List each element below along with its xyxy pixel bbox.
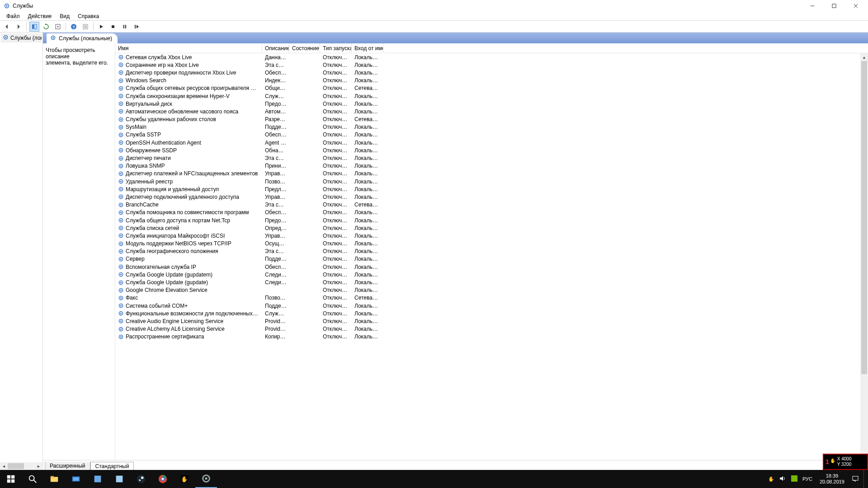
service-row[interactable]: Автоматическое обновление часового пояса…: [115, 108, 868, 115]
menu-help[interactable]: Справка: [74, 13, 103, 20]
service-row[interactable]: Windows SearchИндекси...ОтключенаЛокальн…: [115, 77, 868, 84]
service-row[interactable]: Распространение сертификатаКопируе...Отк…: [115, 333, 868, 341]
service-row[interactable]: Служба SSTPОбеспеч...ОтключенаЛокальная …: [115, 131, 868, 139]
service-startup-type: Отключена: [320, 225, 352, 231]
search-button[interactable]: [22, 470, 43, 488]
service-row[interactable]: Creative Audio Engine Licensing ServiceP…: [115, 317, 868, 325]
service-row[interactable]: Вспомогательная служба IPОбеспеч...Отклю…: [115, 263, 868, 271]
tab-standard[interactable]: Стандартный: [90, 462, 134, 470]
svg-point-70: [120, 235, 122, 236]
service-row[interactable]: Служба помощника по совместимости програ…: [115, 209, 868, 216]
svg-point-38: [120, 111, 122, 112]
service-row[interactable]: Сохранение игр на Xbox LiveЭта служ...От…: [115, 61, 868, 69]
service-row[interactable]: Google Chrome Elevation ServiceОтключена…: [115, 286, 868, 294]
taskbar-app-steam[interactable]: [130, 470, 152, 488]
nav-forward-button[interactable]: [14, 22, 24, 32]
service-icon: [118, 117, 124, 122]
service-row[interactable]: Виртуальный дискПредост...ОтключенаЛокал…: [115, 100, 868, 108]
taskbar-app-bloody[interactable]: ✋: [174, 470, 195, 488]
column-header-name[interactable]: Имя: [115, 43, 262, 53]
horizontal-scrollbar[interactable]: ◄ ►: [0, 462, 42, 470]
taskbar-app-services[interactable]: [195, 470, 217, 488]
service-row[interactable]: Диспетчер подключений удаленного доступа…: [115, 193, 868, 201]
menu-action[interactable]: Действие: [24, 13, 56, 20]
service-row[interactable]: ФаксПозволя...ОтключенаСетевая слу...: [115, 294, 868, 302]
taskbar-app-explorer[interactable]: [43, 470, 65, 488]
service-row[interactable]: Служба Google Update (gupdate)Следите ..…: [115, 278, 868, 286]
restart-service-button[interactable]: [132, 22, 142, 32]
service-icon: [118, 280, 124, 286]
menu-view[interactable]: Вид: [56, 13, 73, 20]
service-row[interactable]: OpenSSH Authentication AgentAgent to ...…: [115, 139, 868, 146]
service-startup-type: Отключена: [320, 62, 352, 68]
menu-file[interactable]: Файл: [3, 13, 24, 20]
start-button[interactable]: [0, 470, 22, 488]
service-row[interactable]: Служба синхронизации времени Hyper-VСлуж…: [115, 92, 868, 100]
tree-item-services-local[interactable]: Службы (локал: [1, 33, 42, 42]
panel-tab-active[interactable]: Службы (локальные): [47, 33, 118, 43]
service-row[interactable]: Службы удаленных рабочих столовРазреша..…: [115, 116, 868, 123]
scroll-left-icon[interactable]: ◄: [0, 462, 8, 470]
service-row[interactable]: Диспетчер печатиЭта служ...ОтключенаЛока…: [115, 154, 868, 162]
scroll-right-icon[interactable]: ►: [35, 462, 42, 470]
service-row[interactable]: Creative ALchemy AL6 Licensing ServicePr…: [115, 325, 868, 333]
service-row[interactable]: СерверПоддерж...ОтключенаЛокальная с...: [115, 255, 868, 263]
service-row[interactable]: Служба общего доступа к портам Net.TcpПр…: [115, 216, 868, 224]
service-logon-as: Сетевая слу...: [352, 85, 383, 91]
column-header-description[interactable]: Описание: [262, 43, 289, 53]
show-hide-tree-button[interactable]: [29, 22, 39, 32]
service-row[interactable]: SysMainПоддерж...ОтключенаЛокальная с...: [115, 123, 868, 131]
service-row[interactable]: Сетевая служба Xbox LiveДанная с...Отклю…: [115, 53, 868, 61]
service-logon-as: Локальная с...: [352, 131, 383, 138]
stop-service-button[interactable]: [108, 22, 118, 32]
service-row[interactable]: Служба Google Update (gupdatem)Следите .…: [115, 271, 868, 278]
help-button[interactable]: ?: [69, 22, 79, 32]
tray-icon-volume[interactable]: [779, 475, 786, 483]
column-header-status[interactable]: Состояние: [289, 43, 320, 53]
taskbar-app-generic-2[interactable]: [108, 470, 130, 488]
vertical-scrollbar[interactable]: ▲ ▼: [860, 53, 868, 460]
refresh-button[interactable]: [41, 22, 51, 32]
pause-service-button[interactable]: [120, 22, 130, 32]
service-row[interactable]: BranchCacheЭта служ...ОтключенаСетевая с…: [115, 201, 868, 209]
service-row[interactable]: Служба географического положенияЭта служ…: [115, 248, 868, 255]
tray-clock[interactable]: 18:39 20.08.2019: [817, 473, 847, 485]
service-row[interactable]: Ловушка SNMPПринима...ОтключенаЛокальная…: [115, 162, 868, 170]
column-header-startup[interactable]: Тип запуска: [320, 43, 352, 53]
tray-icon-bloody[interactable]: ✋: [768, 476, 774, 482]
service-row[interactable]: Диспетчер платежей и NFC/защищенных элем…: [115, 170, 868, 178]
tray-icon-notifications[interactable]: [852, 475, 859, 483]
service-row[interactable]: Функциональные возможности для подключен…: [115, 310, 868, 317]
scrollbar-thumb[interactable]: [861, 61, 867, 374]
show-desktop-button[interactable]: [863, 470, 866, 488]
properties-button[interactable]: [80, 22, 90, 32]
taskbar-app-generic-1[interactable]: [87, 470, 108, 488]
scrollbar-thumb[interactable]: [8, 463, 24, 469]
scroll-up-icon[interactable]: ▲: [860, 53, 868, 61]
service-row[interactable]: Служба списка сетейОпредел...ОтключенаЛо…: [115, 224, 868, 232]
maximize-button[interactable]: [824, 0, 844, 12]
taskbar-app-chrome[interactable]: [152, 470, 174, 488]
taskbar-app-screenkeyboard[interactable]: [65, 470, 87, 488]
tray-icon-nvidia[interactable]: [791, 475, 798, 483]
service-icon: [118, 326, 124, 332]
minimize-button[interactable]: [802, 0, 823, 12]
export-list-button[interactable]: [53, 22, 63, 32]
nav-back-button[interactable]: [2, 22, 12, 32]
service-icon: [118, 186, 124, 192]
tray-language-indicator[interactable]: РУС: [802, 476, 812, 482]
service-row[interactable]: Модуль поддержки NetBIOS через TCP/IPОсу…: [115, 240, 868, 248]
service-row[interactable]: Служба инициатора Майкрософт iSCSIУправл…: [115, 232, 868, 239]
service-row[interactable]: Маршрутизация и удаленный доступПредлага…: [115, 185, 868, 193]
close-button[interactable]: [845, 0, 866, 12]
column-header-logon[interactable]: Вход от име...: [352, 43, 383, 53]
service-row[interactable]: Служба общих сетевых ресурсов проигрыват…: [115, 84, 868, 92]
service-row[interactable]: Система событий COM+Поддерж...ОтключенаЛ…: [115, 302, 868, 310]
tab-extended[interactable]: Расширенный: [45, 462, 90, 470]
service-row[interactable]: Диспетчер проверки подлинности Xbox Live…: [115, 69, 868, 76]
service-icon: [118, 132, 124, 138]
start-service-button[interactable]: [96, 22, 106, 32]
service-row[interactable]: Обнаружение SSDPОбнаруж...ОтключенаЛокал…: [115, 146, 868, 154]
service-icon: [118, 147, 124, 153]
service-row[interactable]: Удаленный реестрПозволя...ОтключенаЛокал…: [115, 178, 868, 185]
